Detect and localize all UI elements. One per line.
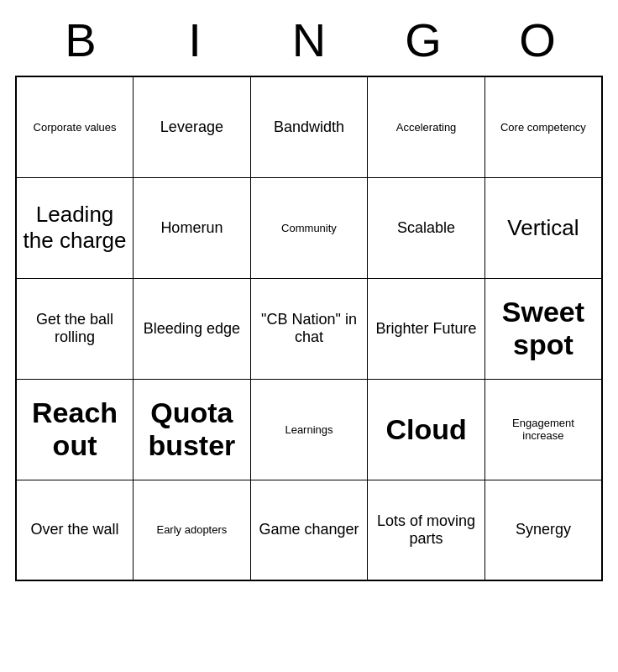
bingo-cell-r1-c3[interactable]: Scalable <box>368 177 485 278</box>
bingo-cell-r0-c2[interactable]: Bandwidth <box>250 76 368 177</box>
bingo-cell-r0-c4[interactable]: Core competency <box>484 76 602 177</box>
table-row: Leading the chargeHomerunCommunityScalab… <box>16 177 602 278</box>
bingo-cell-r4-c3[interactable]: Lots of moving parts <box>368 480 485 580</box>
bingo-cell-r0-c3[interactable]: Accelerating <box>368 76 485 177</box>
bingo-cell-r2-c4[interactable]: Sweet spot <box>484 278 602 379</box>
bingo-title: BINGO <box>15 8 603 76</box>
bingo-letter-o: O <box>480 13 594 67</box>
bingo-grid: Corporate valuesLeverageBandwidthAcceler… <box>15 76 603 581</box>
bingo-cell-r3-c4[interactable]: Engagement increase <box>484 379 602 480</box>
bingo-cell-r0-c1[interactable]: Leverage <box>134 76 251 177</box>
bingo-cell-r4-c1[interactable]: Early adopters <box>134 480 251 580</box>
bingo-cell-r1-c0[interactable]: Leading the charge <box>16 177 134 278</box>
bingo-cell-r1-c2[interactable]: Community <box>250 177 368 278</box>
bingo-cell-r2-c1[interactable]: Bleeding edge <box>134 278 251 379</box>
bingo-cell-r4-c2[interactable]: Game changer <box>250 480 368 580</box>
bingo-cell-r0-c0[interactable]: Corporate values <box>16 76 134 177</box>
bingo-cell-r1-c1[interactable]: Homerun <box>134 177 251 278</box>
bingo-letter-n: N <box>252 13 366 67</box>
bingo-cell-r3-c2[interactable]: Learnings <box>250 379 368 480</box>
bingo-cell-r3-c1[interactable]: Quota buster <box>134 379 251 480</box>
table-row: Over the wallEarly adoptersGame changerL… <box>16 480 602 580</box>
table-row: Get the ball rollingBleeding edge"CB Nat… <box>16 278 602 379</box>
bingo-cell-r2-c2[interactable]: "CB Nation" in chat <box>250 278 368 379</box>
bingo-letter-b: B <box>24 13 138 67</box>
bingo-letter-i: I <box>138 13 252 67</box>
bingo-letter-g: G <box>366 13 480 67</box>
bingo-cell-r2-c0[interactable]: Get the ball rolling <box>16 278 134 379</box>
table-row: Corporate valuesLeverageBandwidthAcceler… <box>16 76 602 177</box>
bingo-cell-r3-c0[interactable]: Reach out <box>16 379 134 480</box>
bingo-cell-r1-c4[interactable]: Vertical <box>484 177 602 278</box>
bingo-cell-r4-c4[interactable]: Synergy <box>484 480 602 580</box>
bingo-cell-r4-c0[interactable]: Over the wall <box>16 480 134 580</box>
table-row: Reach outQuota busterLearningsCloudEngag… <box>16 379 602 480</box>
bingo-cell-r3-c3[interactable]: Cloud <box>368 379 485 480</box>
bingo-cell-r2-c3[interactable]: Brighter Future <box>368 278 485 379</box>
